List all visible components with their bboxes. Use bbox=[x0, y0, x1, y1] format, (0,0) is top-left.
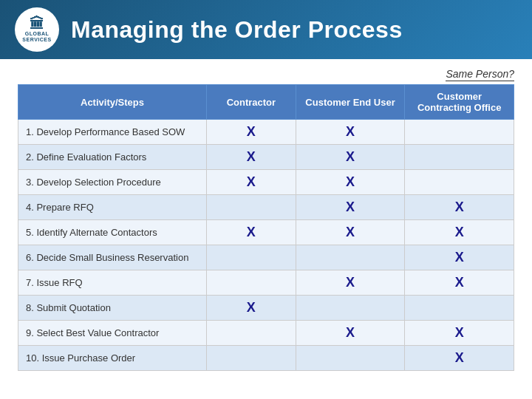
activity-cell: 10. Issue Purchase Order bbox=[18, 346, 207, 371]
contracting_office-cell: X bbox=[405, 245, 514, 270]
table-row: 5. Identify Alternate ContactorsXXX bbox=[18, 220, 514, 245]
contractor-cell bbox=[206, 195, 296, 220]
x-mark: X bbox=[247, 149, 256, 164]
logo: 🏛 GLOBALSERVICES bbox=[15, 7, 59, 52]
x-mark: X bbox=[346, 174, 355, 189]
customer_end_user-cell: X bbox=[296, 195, 405, 220]
contractor-cell: X bbox=[206, 145, 296, 170]
contractor-cell: X bbox=[206, 170, 296, 195]
x-mark: X bbox=[346, 325, 355, 340]
contractor-cell bbox=[206, 321, 296, 346]
x-mark: X bbox=[455, 225, 464, 239]
table-row: 1. Develop Performance Based SOWXX bbox=[18, 120, 514, 145]
col-header-contracting-office: Customer Contracting Office bbox=[405, 85, 514, 120]
table-row: 6. Decide Small Business ReservationX bbox=[18, 245, 514, 270]
contracting_office-cell: X bbox=[405, 321, 514, 346]
page-title: Managing the Order Process bbox=[71, 16, 403, 44]
x-mark: X bbox=[346, 124, 355, 139]
customer_end_user-cell: X bbox=[296, 145, 405, 170]
logo-text: GLOBALSERVICES bbox=[22, 31, 51, 42]
customer_end_user-cell bbox=[296, 346, 405, 371]
activity-cell: 6. Decide Small Business Reservation bbox=[18, 245, 207, 270]
page-header: 🏛 GLOBALSERVICES Managing the Order Proc… bbox=[0, 0, 532, 59]
contractor-cell bbox=[206, 346, 296, 371]
x-mark: X bbox=[346, 200, 355, 214]
table-row: 10. Issue Purchase OrderX bbox=[18, 346, 514, 371]
activity-cell: 3. Develop Selection Procedure bbox=[18, 170, 207, 195]
col-header-customer-end-user: Customer End User bbox=[296, 85, 405, 120]
activity-cell: 5. Identify Alternate Contactors bbox=[18, 220, 207, 245]
activity-cell: 1. Develop Performance Based SOW bbox=[18, 120, 207, 145]
table-row: 2. Define Evaluation FactorsXX bbox=[18, 145, 514, 170]
contractor-cell: X bbox=[206, 120, 296, 145]
logo-icon: 🏛 bbox=[30, 16, 44, 31]
x-mark: X bbox=[455, 250, 464, 265]
contracting_office-cell bbox=[405, 170, 514, 195]
contracting_office-cell: X bbox=[405, 346, 514, 371]
customer_end_user-cell: X bbox=[296, 270, 405, 296]
x-mark: X bbox=[455, 325, 464, 340]
x-mark: X bbox=[455, 275, 464, 290]
contracting_office-cell: X bbox=[405, 220, 514, 245]
x-mark: X bbox=[247, 300, 256, 315]
activity-cell: 4. Prepare RFQ bbox=[18, 195, 207, 220]
x-mark: X bbox=[455, 350, 464, 365]
contracting_office-cell bbox=[405, 145, 514, 170]
x-mark: X bbox=[346, 225, 355, 239]
customer_end_user-cell: X bbox=[296, 120, 405, 145]
activity-table: Activity/Steps Contractor Customer End U… bbox=[18, 84, 514, 371]
main-content: Same Person? Activity/Steps Contractor C… bbox=[0, 59, 532, 399]
x-mark: X bbox=[346, 275, 355, 290]
x-mark: X bbox=[247, 174, 256, 189]
activity-cell: 7. Issue RFQ bbox=[18, 270, 207, 296]
x-mark: X bbox=[455, 200, 464, 214]
contracting_office-cell bbox=[405, 120, 514, 145]
contracting_office-cell: X bbox=[405, 195, 514, 220]
customer_end_user-cell bbox=[296, 245, 405, 270]
table-row: 3. Develop Selection ProcedureXX bbox=[18, 170, 514, 195]
contracting_office-cell bbox=[405, 296, 514, 321]
activity-cell: 8. Submit Quotation bbox=[18, 296, 207, 321]
table-row: 4. Prepare RFQXX bbox=[18, 195, 514, 220]
col-header-activity: Activity/Steps bbox=[18, 85, 207, 120]
col-header-contractor: Contractor bbox=[206, 85, 296, 120]
table-header-row: Activity/Steps Contractor Customer End U… bbox=[18, 85, 514, 120]
customer_end_user-cell bbox=[296, 296, 405, 321]
x-mark: X bbox=[247, 225, 256, 239]
customer_end_user-cell: X bbox=[296, 170, 405, 195]
activity-cell: 2. Define Evaluation Factors bbox=[18, 145, 207, 170]
contractor-cell: X bbox=[206, 220, 296, 245]
customer_end_user-cell: X bbox=[296, 321, 405, 346]
contractor-cell: X bbox=[206, 296, 296, 321]
table-row: 9. Select Best Value ContractorXX bbox=[18, 321, 514, 346]
x-mark: X bbox=[247, 124, 256, 139]
x-mark: X bbox=[346, 149, 355, 164]
table-row: 7. Issue RFQXX bbox=[18, 270, 514, 296]
contractor-cell bbox=[206, 270, 296, 296]
contracting_office-cell: X bbox=[405, 270, 514, 296]
activity-cell: 9. Select Best Value Contractor bbox=[18, 321, 207, 346]
customer_end_user-cell: X bbox=[296, 220, 405, 245]
same-person-label: Same Person? bbox=[18, 68, 514, 80]
contractor-cell bbox=[206, 245, 296, 270]
table-row: 8. Submit QuotationX bbox=[18, 296, 514, 321]
